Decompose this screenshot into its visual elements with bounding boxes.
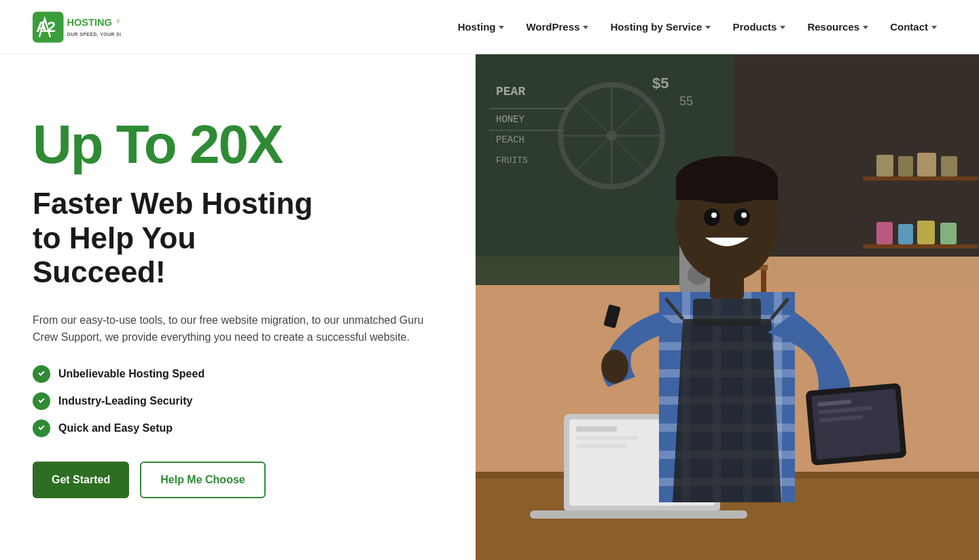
chevron-down-icon xyxy=(499,26,504,29)
nav-label-products: Products xyxy=(732,21,777,33)
hero-buttons: Get Started Help Me Choose xyxy=(33,462,443,498)
svg-point-78 xyxy=(741,212,747,218)
nav-item-hosting-by-service[interactable]: Hosting by Service xyxy=(601,16,720,38)
get-started-button[interactable]: Get Started xyxy=(33,462,129,498)
svg-text:$5: $5 xyxy=(652,75,669,92)
feature-item-speed: Unbelievable Hosting Speed xyxy=(33,365,443,383)
nav-item-wordpress[interactable]: WordPress xyxy=(516,16,598,38)
chevron-down-icon xyxy=(705,26,711,29)
svg-text:PEAR: PEAR xyxy=(496,85,525,98)
check-icon-speed xyxy=(33,365,50,383)
svg-rect-31 xyxy=(940,223,957,244)
hero-subtitle-line2: to Help You xyxy=(33,221,196,255)
svg-text:®: ® xyxy=(117,18,120,23)
hero-image: PEAR HONEY PEACH FRUITS $5 55 xyxy=(476,54,979,560)
svg-text:OUR SPEED, YOUR SUCCESS: OUR SPEED, YOUR SUCCESS xyxy=(67,32,121,37)
svg-rect-22 xyxy=(863,176,978,181)
hero-subtitle: Faster Web Hosting to Help You Succeed! xyxy=(33,187,443,290)
svg-text:HOSTING: HOSTING xyxy=(67,17,112,28)
hero-content: Up To 20X Faster Web Hosting to Help You… xyxy=(0,54,476,560)
feature-item-setup: Quick and Easy Setup xyxy=(33,419,443,437)
svg-rect-29 xyxy=(898,224,913,244)
nav-label-resources: Resources xyxy=(807,21,859,33)
svg-rect-26 xyxy=(917,153,936,176)
feature-item-security: Industry-Leading Security xyxy=(33,392,443,410)
chevron-down-icon xyxy=(583,26,588,29)
features-list: Unbelievable Hosting Speed Industry-Lead… xyxy=(33,365,443,437)
nav-link-resources[interactable]: Resources xyxy=(798,16,878,38)
hero-section: Up To 20X Faster Web Hosting to Help You… xyxy=(0,54,979,560)
svg-point-69 xyxy=(601,350,628,384)
feature-label-setup: Quick and Easy Setup xyxy=(58,422,173,434)
svg-point-77 xyxy=(711,212,717,218)
nav-label-contact: Contact xyxy=(890,21,928,33)
svg-rect-66 xyxy=(693,299,761,326)
svg-rect-52 xyxy=(576,444,627,448)
nav-link-products[interactable]: Products xyxy=(723,16,795,38)
nav-label-wordpress: WordPress xyxy=(526,21,580,33)
svg-rect-30 xyxy=(917,221,935,244)
svg-point-75 xyxy=(704,208,720,226)
nav-item-hosting[interactable]: Hosting xyxy=(448,16,514,38)
svg-rect-51 xyxy=(576,436,637,440)
svg-rect-50 xyxy=(576,426,617,432)
hero-subtitle-line1: Faster Web Hosting xyxy=(33,187,313,220)
svg-rect-25 xyxy=(898,156,913,176)
hero-illustration: PEAR HONEY PEACH FRUITS $5 55 xyxy=(476,54,979,560)
svg-text:PEACH: PEACH xyxy=(496,134,524,145)
svg-text:HONEY: HONEY xyxy=(496,114,525,125)
nav-label-hosting: Hosting xyxy=(458,21,496,33)
nav-label-hosting-by-service: Hosting by Service xyxy=(610,21,702,33)
nav-link-contact[interactable]: Contact xyxy=(880,16,946,38)
chevron-down-icon xyxy=(863,26,868,29)
check-icon-security xyxy=(33,392,50,410)
navbar: A2 HOSTING ® OUR SPEED, YOUR SUCCESS Hos… xyxy=(0,0,979,54)
svg-rect-23 xyxy=(863,244,978,248)
hero-background: PEAR HONEY PEACH FRUITS $5 55 xyxy=(476,54,979,560)
logo-image: A2 HOSTING ® OUR SPEED, YOUR SUCCESS xyxy=(33,7,121,48)
nav-item-products[interactable]: Products xyxy=(723,16,795,38)
chevron-down-icon xyxy=(780,26,785,29)
chevron-down-icon xyxy=(931,26,937,29)
svg-text:55: 55 xyxy=(679,94,693,108)
nav-link-hosting[interactable]: Hosting xyxy=(448,16,514,38)
feature-label-security: Industry-Leading Security xyxy=(58,395,192,407)
logo[interactable]: A2 HOSTING ® OUR SPEED, YOUR SUCCESS xyxy=(33,7,121,48)
hero-description: From our easy-to-use tools, to our free … xyxy=(33,312,440,346)
svg-rect-74 xyxy=(676,180,778,200)
nav-menu: Hosting WordPress Hosting by Service Pro… xyxy=(448,16,946,38)
svg-point-76 xyxy=(734,208,750,226)
svg-rect-24 xyxy=(876,155,893,176)
nav-item-resources[interactable]: Resources xyxy=(798,16,878,38)
nav-link-wordpress[interactable]: WordPress xyxy=(516,16,598,38)
svg-rect-27 xyxy=(941,156,957,176)
help-me-choose-button[interactable]: Help Me Choose xyxy=(140,462,265,498)
feature-label-speed: Unbelievable Hosting Speed xyxy=(58,368,204,380)
nav-link-hosting-by-service[interactable]: Hosting by Service xyxy=(601,16,720,38)
svg-rect-80 xyxy=(811,389,901,460)
hero-subtitle-line3: Succeed! xyxy=(33,255,166,288)
svg-rect-49 xyxy=(530,510,747,519)
nav-item-contact[interactable]: Contact xyxy=(880,16,946,38)
svg-text:FRUITS: FRUITS xyxy=(496,155,528,166)
check-icon-setup xyxy=(33,419,50,437)
hero-tagline: Up To 20X xyxy=(33,116,443,173)
svg-rect-28 xyxy=(876,222,893,244)
